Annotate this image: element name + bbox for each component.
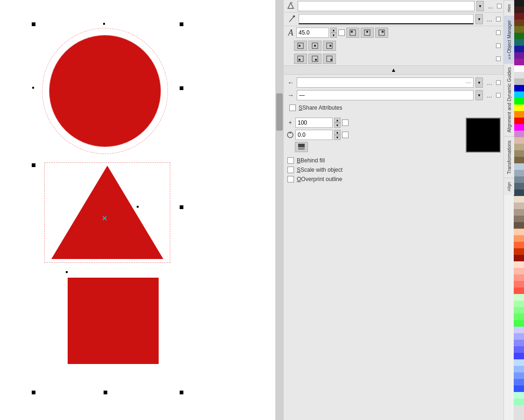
align-btn-4[interactable] [294,41,307,51]
swatch-9[interactable] [514,59,524,65]
align-btn-6[interactable] [323,41,336,51]
swatch-55[interactable] [514,359,524,366]
handle-rect-tl[interactable] [65,271,68,273]
swatch-6[interactable] [514,39,524,46]
width-input[interactable]: 100 [295,118,333,128]
swatch-1[interactable] [514,7,524,13]
swatch-35[interactable] [514,229,524,235]
swatch-47[interactable] [514,307,524,314]
handle-tr[interactable] [180,22,183,26]
rotation-input[interactable]: 0.0 [295,130,333,140]
scale-with-object-checkbox[interactable] [287,167,294,173]
tab-align[interactable]: Align [504,178,514,195]
swatch-34[interactable] [514,222,524,229]
swatch-57[interactable] [514,372,524,379]
swatch-43[interactable] [514,281,524,287]
swatch-38[interactable] [514,248,524,255]
share-attributes-checkbox[interactable] [289,105,296,111]
swatch-26[interactable] [514,170,524,176]
swatch-42[interactable] [514,274,524,281]
swatch-16[interactable] [514,105,524,111]
swatch-53[interactable] [514,346,524,353]
swatch-18[interactable] [514,118,524,124]
handle-tm[interactable] [103,22,105,25]
outline-dropdown-2[interactable]: — [297,90,474,100]
align-btn-7[interactable] [294,54,307,64]
tab-object-manager[interactable]: a:bObject Manager [504,16,514,63]
handle-tl[interactable] [32,22,35,26]
swatch-48[interactable] [514,314,524,320]
pen-dots[interactable]: ... [486,2,495,10]
handle-tri-r[interactable] [180,205,183,209]
width-up[interactable]: ▲ [334,118,341,123]
pen-dropdown-arrow[interactable]: ▼ [476,1,484,11]
pen-input[interactable] [298,1,475,11]
outline-dots-1[interactable]: ... [485,79,494,86]
tab-transformations[interactable]: Transformations [504,136,514,178]
swatch-51[interactable] [514,333,524,340]
color-preview[interactable] [466,118,501,153]
swatch-49[interactable] [514,320,524,327]
rotation-up[interactable]: ▲ [334,130,341,135]
font-size-checkbox[interactable] [338,29,345,36]
handle-bl[interactable] [32,391,35,394]
behind-fill-checkbox[interactable] [287,157,294,164]
swatch-15[interactable] [514,98,524,105]
swatch-37[interactable] [514,242,524,248]
tab-alignment-guides[interactable]: Alignment and Dynamic Guides [504,63,514,136]
pen-dots-2[interactable]: ... [485,15,494,23]
swatch-20[interactable] [514,131,524,137]
rotation-checkbox[interactable] [342,132,349,138]
width-checkbox[interactable] [342,119,349,126]
pen-dropdown-arrow-2[interactable]: ▼ [475,14,483,24]
outline-dd-arrow-1[interactable]: ▼ [475,77,483,88]
swatch-4[interactable] [514,26,524,33]
align-btn-1[interactable] [346,28,359,38]
align-btn-5[interactable] [308,41,321,51]
swatch-12[interactable] [514,78,524,85]
outline-dots-2[interactable]: ... [485,91,494,99]
swatch-0[interactable] [514,0,524,7]
swatch-24[interactable] [514,157,524,163]
swatch-61[interactable] [514,399,524,405]
handle-mr[interactable] [180,86,183,90]
color-edit-button[interactable] [295,142,308,152]
swatch-5[interactable] [514,33,524,39]
swatch-40[interactable] [514,261,524,268]
handle-tri-l[interactable] [32,163,35,167]
swatch-22[interactable] [514,144,524,150]
outline-dropdown-1[interactable]: — [297,77,474,88]
outline-dd-arrow-2[interactable]: ▼ [475,90,483,100]
scroll-thumb[interactable] [276,93,283,131]
width-spinner[interactable]: ▲ ▼ [334,118,341,128]
font-size-input[interactable]: 45.0 [296,28,329,38]
swatch-45[interactable] [514,294,524,301]
swatch-25[interactable] [514,163,524,170]
width-down[interactable]: ▼ [334,123,341,128]
panel-divider[interactable]: ▲ [284,65,503,75]
circle-shape[interactable] [49,35,161,147]
swatch-3[interactable] [514,20,524,26]
swatch-11[interactable] [514,72,524,78]
swatch-21[interactable] [514,137,524,144]
font-size-up[interactable]: ▲ [330,28,337,33]
align-btn-8[interactable] [308,54,321,64]
swatch-28[interactable] [514,183,524,189]
swatch-10[interactable] [514,65,524,72]
font-size-down[interactable]: ▼ [330,33,337,38]
align-btn-3[interactable] [375,28,388,38]
swatch-2[interactable] [514,13,524,20]
swatch-13[interactable] [514,85,524,91]
swatch-44[interactable] [514,287,524,294]
swatch-46[interactable] [514,301,524,307]
swatch-8[interactable] [514,52,524,59]
swatch-54[interactable] [514,353,524,359]
swatch-27[interactable] [514,176,524,183]
align-btn-2[interactable] [361,28,374,38]
swatch-41[interactable] [514,268,524,274]
swatch-19[interactable] [514,124,524,131]
rotation-down[interactable]: ▼ [334,135,341,140]
swatch-50[interactable] [514,327,524,333]
swatch-17[interactable] [514,111,524,118]
swatch-58[interactable] [514,379,524,385]
